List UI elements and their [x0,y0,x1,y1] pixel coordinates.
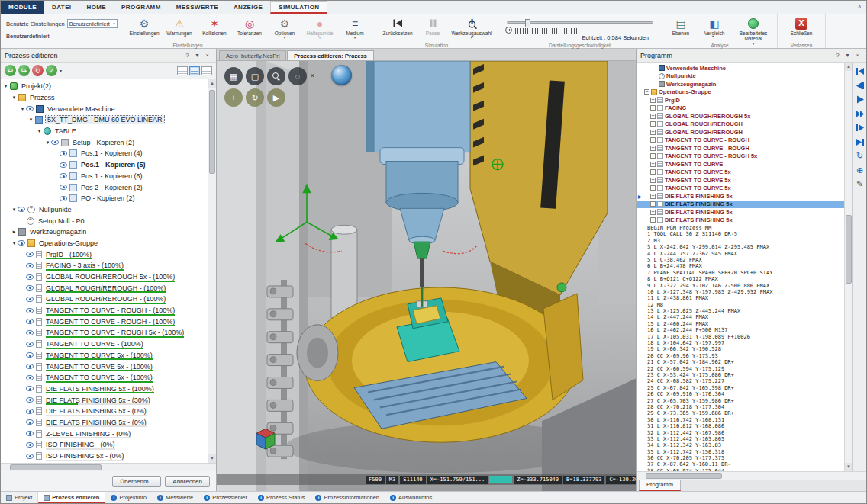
visibility-eye-icon[interactable] [60,151,67,156]
close-panel-icon[interactable]: × [202,51,212,60]
tree-item[interactable]: TANGENT TO CURVE - (100%) [2,339,207,350]
machine-3d-render[interactable] [217,61,636,491]
expander-icon[interactable] [27,117,34,123]
visibility-eye-icon[interactable] [26,342,34,347]
tree-horizontal-scrollbar[interactable] [1,463,216,471]
machine-3d-scene[interactable]: ▦ ▢ ◌ ✕ + ↻ ▶ F500 M3 S11140 [217,61,636,491]
nc-code-line[interactable]: 19 L X-66.342 Y-190.528 [637,346,844,352]
program-tree-item[interactable]: TANGENT TO CURVE 5x [637,176,844,185]
status-info-item[interactable]: i Projektinfo [105,494,151,501]
tree-item[interactable]: Pos 2 - Kopieren (2) [2,181,207,193]
nc-code-line[interactable]: 30 L X-116.742 Y-168.131 [637,417,844,423]
expander-box-icon[interactable] [650,201,656,207]
expander-icon[interactable] [11,240,18,246]
scroll-down-icon[interactable]: ▼ [208,454,216,463]
visibility-eye-icon[interactable] [26,263,34,268]
nc-code-line[interactable]: 5 L C-38.462 FMAX [637,257,844,263]
visibility-eye-icon[interactable] [26,308,34,313]
nc-code-line[interactable]: 13 L X-125.025 Z-445.244 FMAX [637,308,844,314]
tree-item[interactable]: Setup - Kopieren (2) [2,136,207,148]
visibility-eye-icon[interactable] [26,397,34,403]
nc-code-line[interactable]: 3 L X-242.042 Y-299.014 Z-295.485 FMAX [637,244,844,250]
toleranzen-button[interactable]: ◎ Toleranzen [232,16,267,36]
zoom-window-icon[interactable]: ◌ [288,67,307,85]
medium-button[interactable]: ≡ Medium ▾ [337,16,372,40]
tree-item[interactable]: DIE FLATS FINISHING 5x - (30%) [2,394,207,406]
ribbon-tab[interactable]: HOME [79,1,114,14]
program-tree-item[interactable]: TANGENT TO CURVE - ROUGH 5x [637,152,844,161]
tree-item[interactable]: TANGENT TO CURVE - ROUGH 5x - (100%) [2,327,207,339]
tree-item[interactable]: Pos.1 - Kopieren (5) [2,159,207,171]
status-info-item[interactable]: i Auswahlinfos [385,494,437,501]
visibility-eye-icon[interactable] [26,274,34,280]
program-tree-item[interactable]: Werkzeugmagazin [637,80,844,88]
nc-code-line[interactable]: 2 M3 [637,238,844,244]
tree-item[interactable]: TANGENT TO CURVE 5x - (100%) [2,350,207,361]
kollisionen-button[interactable]: ✶ Kollisionen [197,16,232,36]
program-tree-item[interactable]: FACING [637,104,844,113]
expander-icon[interactable] [44,140,51,146]
program-tree-item[interactable]: GLOBAL ROUGH/REROUGH 5x [637,112,844,120]
program-tree-item[interactable]: DIE FLATS FINISHING 5x [637,217,844,225]
visibility-eye-icon[interactable] [26,297,34,302]
vergleich-button[interactable]: ◧ Vergleich [697,16,732,36]
pause-button[interactable]: Pause [417,16,448,36]
list-view-icon[interactable] [177,66,188,75]
nc-code-line[interactable]: 6 L B+24.478 FMAX [637,263,844,269]
detail-view-icon[interactable] [189,66,200,75]
scrollbar-thumb[interactable] [209,90,215,174]
visibility-eye-icon[interactable] [18,240,25,246]
nc-code-line[interactable]: 10 L X-127.348 Y-197.985 Z-429.932 FMAX [637,289,844,295]
visibility-eye-icon[interactable] [26,364,34,369]
expander-icon[interactable] [11,229,18,235]
expander-icon[interactable] [11,207,18,213]
expander-box-icon[interactable] [650,153,656,159]
fit-view-icon[interactable]: ▢ [246,67,264,85]
visibility-eye-icon[interactable] [26,330,34,335]
expander-box-icon[interactable] [650,185,656,191]
scrollbar-thumb[interactable] [646,473,722,479]
program-horizontal-scrollbar[interactable] [637,471,866,480]
tab-programm[interactable]: Programm [639,480,681,491]
schliessen-button[interactable]: X Schließen [780,16,823,36]
program-tree-item[interactable]: DIE FLATS FINISHING 5x [637,192,844,201]
zuruecksetzen-button[interactable]: Zurücksetzen [378,16,417,36]
bottom-tab[interactable]: Projekt [1,492,38,503]
nc-code-line[interactable]: BEGIN PGM Prozess MM [637,225,844,231]
help-icon[interactable]: ? [182,51,192,60]
tree-item[interactable]: Prozess [2,92,207,104]
redo-icon[interactable]: ↪ [18,65,30,76]
visibility-eye-icon[interactable] [26,285,34,291]
ribbon-tab[interactable]: ANZEIGE [226,1,270,14]
settings-combobox[interactable]: Benutzerdefiniert ▾ [67,19,118,28]
nc-code-line[interactable]: 12 M8 [637,302,844,308]
step-back-button[interactable] [855,81,865,91]
scroll-up-icon[interactable]: ▲ [208,79,216,88]
nc-code-line[interactable]: 17 L X-105.031 Y-198.089 F+10026 [637,334,844,340]
program-tree-item[interactable]: DIE FLATS FINISHING 5x [637,208,844,217]
edit-pencil-button[interactable]: ✎ [855,179,865,189]
ribbon-tab[interactable]: PROGRAMM [114,1,169,14]
tree-item[interactable]: Verwendete Maschine [2,103,207,114]
bearbeitetes-material-button[interactable]: Bearbeitetes Material ▾ [732,16,775,46]
tree-item[interactable]: Pos.1 - Kopieren (4) [2,148,207,159]
visibility-eye-icon[interactable] [26,375,34,380]
compact-view-icon[interactable] [201,66,212,75]
ribbon-tab[interactable]: DATEI [44,1,79,14]
nc-code-line[interactable]: 14 L Z-447.244 FMAX [637,314,844,320]
program-tree-item[interactable]: GLOBAL ROUGH/REROUGH [637,120,844,129]
tree-item[interactable]: TANGENT TO CURVE - ROUGH - (100%) [2,316,207,327]
visibility-eye-icon[interactable] [26,409,34,414]
expander-box-icon[interactable] [650,98,656,103]
expander-box-icon[interactable] [650,137,656,143]
expander-box-icon[interactable] [650,169,656,175]
chevron-down-icon[interactable]: ▾ [60,68,62,73]
cancel-button[interactable]: Abbrechen [165,476,210,487]
nc-code-line[interactable]: 24 CC X-68.582 Y-175.227 [637,378,844,384]
navigation-sphere[interactable] [331,65,352,85]
tree-item[interactable]: TANGENT TO CURVE - ROUGH - (100%) [2,305,207,316]
program-tree-item[interactable]: TANGENT TO CURVE 5x [637,185,844,193]
tree-item[interactable]: GLOBAL ROUGH/REROUGH 5x - (100%) [2,271,207,283]
nc-code-line[interactable]: 33 L X-112.442 Y-163.865 [637,436,844,442]
step-forward-button[interactable] [855,123,865,133]
